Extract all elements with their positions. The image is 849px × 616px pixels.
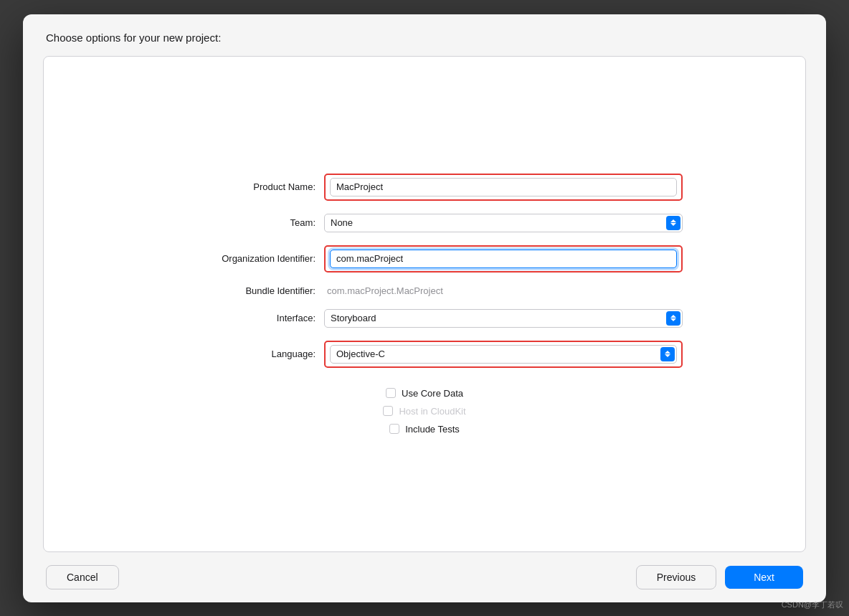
product-name-input[interactable] [330,178,677,196]
previous-button[interactable]: Previous [636,565,716,589]
include-tests-row: Include Tests [389,424,460,435]
interface-select-wrapper: Storyboard [324,309,683,328]
org-identifier-input[interactable] [330,250,677,268]
product-name-row: Product Name: [166,174,683,201]
dialog-header: Choose options for your new project: [23,14,826,56]
org-identifier-label: Organization Identifier: [166,253,324,264]
team-label: Team: [166,217,324,228]
use-core-data-row: Use Core Data [386,388,463,399]
include-tests-label: Include Tests [405,424,460,435]
dialog-content: Product Name: Team: None [43,56,806,552]
bundle-identifier-value: com.macProject.MacProject [324,285,683,296]
language-select-wrapper: Objective-C Swift [330,345,677,364]
use-core-data-label: Use Core Data [402,388,463,399]
language-highlight: Objective-C Swift [324,341,683,368]
use-core-data-checkbox[interactable] [386,388,396,398]
interface-row: Interface: Storyboard [166,309,683,328]
language-select[interactable]: Objective-C Swift [330,345,677,364]
watermark: CSDN@李丁若叹 [782,600,843,610]
host-in-cloudkit-checkbox[interactable] [383,406,393,416]
host-in-cloudkit-row: Host in CloudKit [383,406,465,417]
dialog-footer: Cancel Previous Next [23,552,826,602]
dialog-title: Choose options for your new project: [46,32,221,44]
interface-label: Interface: [166,313,324,323]
interface-select[interactable]: Storyboard [324,309,683,328]
include-tests-checkbox[interactable] [389,424,399,434]
host-in-cloudkit-label: Host in CloudKit [399,406,465,417]
checkboxes-section: Use Core Data Host in CloudKit Include T… [166,388,683,435]
team-select[interactable]: None [324,214,683,232]
team-select-wrapper: None [324,214,683,232]
bundle-identifier-label: Bundle Identifier: [166,285,324,296]
language-row: Language: Objective-C Swift [166,341,683,368]
product-name-label: Product Name: [166,181,324,192]
next-button[interactable]: Next [725,566,803,589]
language-label: Language: [166,349,324,359]
form-container: Product Name: Team: None [166,174,683,435]
bundle-identifier-row: Bundle Identifier: com.macProject.MacPro… [166,285,683,296]
org-identifier-highlight [324,245,683,273]
org-identifier-row: Organization Identifier: [166,245,683,273]
team-row: Team: None [166,214,683,232]
cancel-button[interactable]: Cancel [46,565,119,589]
new-project-dialog: Choose options for your new project: Pro… [23,14,826,602]
product-name-highlight [324,174,683,201]
